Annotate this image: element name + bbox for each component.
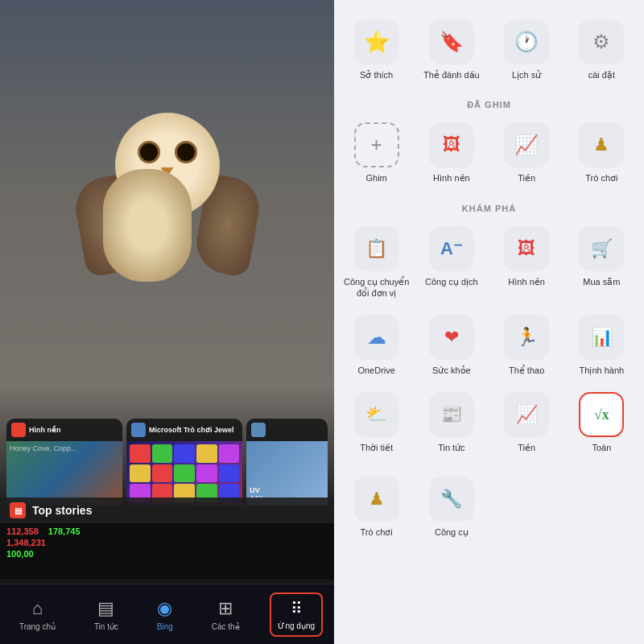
lich-su-icon-wrap: 🕐 [504, 19, 549, 64]
cai-dat-icon: ⚙ [592, 31, 610, 53]
explore-cong-cu-dich[interactable]: A⁻ Công cụ dịch [415, 220, 487, 306]
explore-suc-khoe[interactable]: ❤ Sức khỏe [415, 308, 487, 382]
pinned-hinh-nen[interactable]: 🖼 Hình nền [415, 116, 487, 190]
stories-header: ▤ Top stories [0, 497, 334, 523]
grid-item-so-thich[interactable]: ⭐ Sở thích [341, 13, 412, 87]
lich-su-label: Lịch sử [512, 69, 541, 80]
card-header-wallpaper: Hình nền [6, 419, 122, 441]
weather-card-body: UV 44% [246, 441, 328, 506]
owl-image [0, 0, 334, 419]
ticker-1: 112,358 [6, 526, 39, 536]
explore-tien[interactable]: 📈 Tiền [491, 386, 563, 460]
explore-the-thao[interactable]: 🏃 Thể thao [491, 308, 563, 382]
tabs-icon: ⊞ [218, 598, 233, 619]
pinned-tro-choi-icon-wrap: ♟ [579, 122, 624, 167]
more-cong-cu[interactable]: 🔧 Công cụ [415, 470, 487, 544]
more-tro-choi[interactable]: ♟ Trò chơi [341, 470, 412, 544]
pinned-tien-label: Tiền [518, 172, 535, 184]
nav-label-apps: Ứng dụng [278, 621, 315, 630]
weather-uv: UV [250, 486, 324, 494]
tin-tuc-label: Tin tức [438, 442, 465, 453]
cong-cu-dich-icon-wrap: A⁻ [429, 226, 474, 271]
pin-add-item[interactable]: + Ghim [341, 116, 412, 190]
suc-khoe-icon: ❤ [444, 327, 459, 348]
explore-onedrive[interactable]: ☁ OneDrive [341, 308, 412, 382]
top-stories-section: ▤ Top stories 112,358 178,745 1,348,231 … [0, 497, 334, 580]
owl-eye-right [175, 141, 197, 163]
home-icon: ⌂ [32, 598, 43, 619]
grid-item-the-danh-dau[interactable]: 🔖 Thẻ đánh dấu [415, 13, 487, 87]
thoi-tiet-label: Thời tiết [360, 442, 393, 453]
card-header-weather [246, 419, 328, 441]
suc-khoe-icon-wrap: ❤ [429, 315, 474, 360]
nav-label-home: Trang chủ [19, 622, 56, 631]
nav-label-news: Tin tức [94, 622, 118, 631]
thinh-hanh-icon: 📊 [591, 327, 613, 348]
the-thao-icon: 🏃 [516, 327, 538, 348]
weather-card-icon [251, 423, 266, 437]
nav-item-bing[interactable]: ◉ Bing [149, 592, 181, 638]
cai-dat-label: cài đặt [588, 69, 615, 80]
explore-hinh-nen[interactable]: 🖼 Hình nền [491, 220, 563, 306]
cong-cu-chuyen-icon: 📋 [365, 238, 387, 259]
more-cong-cu-icon: 🔧 [440, 489, 462, 510]
so-thich-label: Sở thích [360, 69, 393, 80]
so-thich-icon-wrap: ⭐ [354, 19, 399, 64]
the-danh-dau-icon-wrap: 🔖 [429, 19, 474, 64]
explore-thoi-tiet[interactable]: ⛅ Thời tiết [341, 386, 412, 460]
explore-tien-icon: 📈 [516, 404, 538, 425]
explore-mua-sam[interactable]: 🛒 Mua sắm [566, 220, 638, 306]
owl-eye-left [138, 141, 160, 163]
nav-item-news[interactable]: ▤ Tin tức [86, 592, 126, 638]
explore-tien-icon-wrap: 📈 [504, 392, 549, 437]
explore-thinh-hanh[interactable]: 📊 Thịnh hành [566, 308, 638, 382]
the-danh-dau-icon: 🔖 [440, 31, 464, 53]
grid-item-cai-dat[interactable]: ⚙ cài đặt [566, 13, 638, 87]
thinh-hanh-label: Thịnh hành [580, 365, 625, 376]
explore-cong-cu-chuyen[interactable]: 📋 Công cụ chuyển đổi đơn vị [341, 220, 412, 306]
cong-cu-chuyen-label: Công cụ chuyển đổi đơn vị [344, 276, 409, 299]
jewel-card-body [126, 441, 242, 506]
section-header-pinned: ĐÃ GHIM [334, 93, 644, 113]
grid-item-lich-su[interactable]: 🕐 Lịch sử [491, 13, 563, 87]
stories-content: 112,358 178,745 1,348,231 100,00 [0, 523, 334, 580]
explore-tien-label: Tiền [518, 442, 535, 453]
pinned-hinh-nen-label: Hình nền [433, 172, 470, 184]
card-header-jewel: Microsoft Trò chơi Jewel [126, 419, 242, 441]
nav-item-home[interactable]: ⌂ Trang chủ [11, 592, 64, 638]
left-content: Hình nền Honey Cove, Copp... Microsoft T… [0, 0, 334, 644]
ticker-row-1: 112,358 178,745 [6, 526, 328, 536]
ticker-row-2: 1,348,231 [6, 538, 328, 547]
thoi-tiet-icon: ⛅ [365, 404, 387, 425]
explore-tin-tuc[interactable]: 📰 Tin tức [415, 386, 487, 460]
pinned-hinh-nen-icon: 🖼 [443, 134, 460, 155]
nav-item-tabs[interactable]: ⊞ Các thẻ [204, 592, 248, 638]
cong-cu-dich-label: Công cụ dịch [425, 276, 478, 287]
owl-body [95, 97, 240, 322]
mua-sam-label: Mua sắm [583, 276, 620, 287]
toan-label: Toán [592, 442, 611, 453]
ticker-3: 1,348,231 [6, 538, 46, 547]
pinned-tien-icon-wrap: 📈 [504, 122, 549, 167]
the-thao-label: Thể thao [509, 365, 544, 376]
pinned-tro-choi[interactable]: ♟ Trò chơi [566, 116, 638, 190]
right-panel: ⭐ Sở thích 🔖 Thẻ đánh dấu 🕐 Lịch sử ⚙ cà… [334, 0, 644, 644]
more-tro-choi-icon-wrap: ♟ [354, 477, 399, 522]
onedrive-label: OneDrive [357, 365, 394, 376]
more-tro-choi-label: Trò chơi [361, 526, 393, 538]
explore-hinh-nen-icon-wrap: 🖼 [504, 226, 549, 271]
wallpaper-card-body: Honey Cove, Copp... [6, 441, 122, 506]
nav-label-tabs: Các thẻ [212, 622, 240, 631]
pin-add-icon: + [354, 122, 399, 167]
jewel-card-icon [131, 423, 146, 437]
news-icon: ▤ [97, 598, 114, 619]
explore-toan[interactable]: √x Toán [566, 386, 638, 460]
pinned-grid: + Ghim 🖼 Hình nền 📈 Tiền ♟ Trò chơi [334, 113, 644, 196]
mua-sam-icon-wrap: 🛒 [579, 226, 624, 271]
pinned-tien-icon: 📈 [514, 134, 539, 156]
nav-item-apps[interactable]: ⠿ Ứng dụng [270, 592, 323, 637]
pinned-tien[interactable]: 📈 Tiền [491, 116, 563, 190]
pin-add-label: Ghim [365, 172, 386, 184]
wallpaper-caption: Honey Cove, Copp... [6, 441, 122, 456]
so-thich-icon: ⭐ [364, 30, 390, 55]
